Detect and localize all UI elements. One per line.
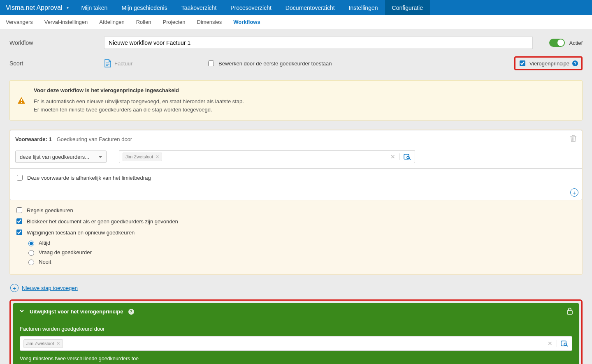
approver-tag-label: Jim Zwetsloot [125, 154, 153, 159]
fallback-approver-label: Jim Zwetsloot [26, 341, 54, 346]
four-eyes-label: Vierogenprincipe [529, 60, 569, 67]
label-soort: Soort [9, 60, 104, 67]
condition-title: Voorwaarde: 1 [15, 136, 52, 142]
approver-tag-input[interactable]: Jim Zwetsloot ✕ ✕ [119, 150, 415, 163]
add-condition-button[interactable]: + [570, 188, 578, 197]
tab-procesoverzicht[interactable]: Procesoverzicht [223, 0, 279, 15]
fallback-highlight: Uitwijklijst voor het vierogenprincipe ?… [9, 299, 583, 364]
banner-title: Voor deze workflow is het vierogenprinci… [34, 87, 244, 93]
clear-input-button[interactable]: ✕ [543, 340, 557, 347]
svg-rect-3 [21, 99, 22, 101]
help-icon[interactable]: ? [572, 60, 578, 66]
invoice-icon [104, 59, 111, 67]
block-no-approvers-checkbox[interactable]: Blokkeer het document als er geen goedke… [15, 217, 577, 225]
tab-mijn-taken[interactable]: Mijn taken [74, 0, 115, 15]
sub-nav: Vervangers Verval-instellingen Afdelinge… [0, 15, 592, 29]
fallback-panel: Uitwijklijst voor het vierogenprincipe ?… [13, 303, 579, 364]
svg-line-11 [566, 345, 568, 346]
active-toggle[interactable] [549, 39, 565, 47]
lock-icon [566, 307, 573, 316]
remove-tag-button[interactable]: ✕ [156, 154, 159, 160]
banner-line2: Er moeten ten minste twee goedkeurders a… [34, 106, 244, 114]
kind-label: Factuur [114, 60, 132, 67]
subtab-projecten[interactable]: Projecten [157, 15, 191, 29]
fallback-subtitle: Facturen worden goedgekeurd door [20, 326, 572, 332]
search-approver-button[interactable] [557, 340, 572, 347]
label-workflow: Workflow [9, 39, 104, 46]
radio-always[interactable]: Altijd [26, 239, 577, 246]
add-step-link[interactable]: Nieuwe stap toevoegen [22, 285, 78, 291]
clear-input-button[interactable]: ✕ [386, 153, 399, 160]
delete-condition-button[interactable] [570, 134, 577, 144]
fallback-approver-input[interactable]: Jim Zwetsloot ✕ ✕ [20, 336, 572, 351]
active-label: Actief [569, 40, 583, 46]
warning-icon [17, 87, 26, 114]
subtab-afdelingen[interactable]: Afdelingen [93, 15, 130, 29]
fallback-hint: Voeg minstens twee verschillende goedkeu… [20, 356, 572, 362]
subtab-verval-instellingen[interactable]: Verval-instellingen [39, 15, 94, 29]
approver-tag: Jim Zwetsloot ✕ [123, 153, 162, 161]
remove-tag-button[interactable]: ✕ [56, 341, 60, 346]
tab-mijn-geschiedenis[interactable]: Mijn geschiedenis [114, 0, 174, 15]
four-eyes-highlight: Vierogenprincipe ? [514, 56, 583, 70]
collapse-fallback-button[interactable] [19, 308, 25, 315]
tab-documentoverzicht[interactable]: Documentoverzicht [279, 0, 342, 15]
svg-rect-8 [567, 311, 572, 314]
svg-line-7 [409, 158, 411, 160]
four-eyes-warning-banner: Voor deze workflow is het vierogenprinci… [9, 80, 583, 121]
fallback-title: Uitwijklijst voor het vierogenprincipe [30, 308, 123, 315]
allow-changes-checkbox[interactable]: Wijzigingen toestaan en opnieuw goedkeur… [15, 228, 577, 236]
subtab-vervangers[interactable]: Vervangers [0, 15, 39, 29]
subtab-dimensies[interactable]: Dimensies [191, 15, 228, 29]
tab-instellingen[interactable]: Instellingen [342, 0, 385, 15]
edit-first-approver-label: Bewerken door de eerste goedkeurder toes… [218, 60, 332, 67]
brand-label: Visma.net Approval [6, 4, 63, 12]
fallback-approver-tag: Jim Zwetsloot ✕ [23, 339, 63, 348]
svg-rect-4 [21, 102, 22, 103]
search-approver-button[interactable] [399, 153, 415, 160]
brand[interactable]: Visma.net Approval ▾ [0, 0, 74, 15]
banner-line1: Er is automatisch een nieuwe uitwijkstap… [34, 97, 244, 106]
condition-subtitle: Goedkeuring van Facturen door [57, 136, 132, 142]
four-eyes-checkbox[interactable] [520, 60, 525, 66]
chevron-down-icon: ▾ [67, 5, 69, 10]
depends-on-limit-label: Deze voorwaarde is afhankelijk van het l… [27, 175, 151, 181]
radio-ask[interactable]: Vraag de goedkeurder [26, 249, 577, 256]
add-step-button[interactable]: + [10, 284, 19, 292]
help-icon[interactable]: ? [128, 309, 134, 315]
approve-lines-label: Regels goedkeuren [27, 207, 73, 213]
subtab-rollen[interactable]: Rollen [130, 15, 157, 29]
allow-changes-label: Wijzigingen toestaan en opnieuw goedkeur… [27, 230, 135, 236]
approve-lines-checkbox[interactable]: Regels goedkeuren [15, 206, 577, 214]
depends-on-limit-checkbox[interactable]: Deze voorwaarde is afhankelijk van het l… [15, 174, 577, 182]
radio-never[interactable]: Nooit [26, 258, 577, 265]
tab-taakoverzicht[interactable]: Taakoverzicht [174, 0, 224, 15]
block-no-approvers-label: Blokkeer het document als er geen goedke… [27, 218, 178, 225]
approver-mode-dropdown[interactable]: deze lijst van goedkeurders... [15, 151, 107, 163]
subtab-workflows[interactable]: Workflows [228, 15, 266, 29]
workflow-step-card: Voorwaarde: 1 Goedkeuring van Facturen d… [9, 130, 583, 275]
tab-configuratie[interactable]: Configuratie [385, 0, 430, 15]
workflow-name-input[interactable] [104, 37, 533, 49]
edit-first-approver-checkbox[interactable]: Bewerken door de eerste goedkeurder toes… [207, 59, 332, 67]
top-nav: Visma.net Approval ▾ Mijn taken Mijn ges… [0, 0, 592, 15]
